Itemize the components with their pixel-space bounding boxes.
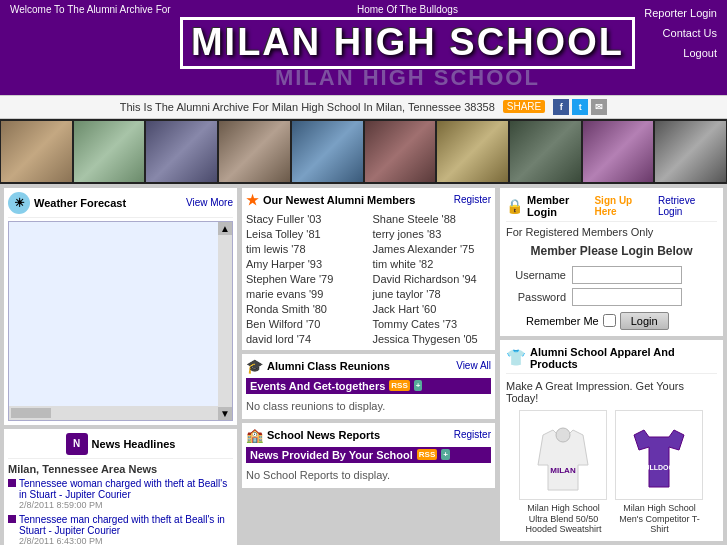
login-title: Member Login <box>527 194 594 218</box>
photo-1 <box>1 121 72 182</box>
reporter-login-link[interactable]: Reporter Login <box>644 4 717 24</box>
news-item: Tennessee man charged with theft at Beal… <box>8 514 233 545</box>
password-input[interactable] <box>572 288 682 306</box>
login-header: 🔒 Member Login Sign Up Here Retrieve Log… <box>506 194 717 222</box>
photo-3 <box>146 121 217 182</box>
apparel-item-2[interactable]: BULLDOGS Milan High School Men's Competi… <box>615 410 705 535</box>
weather-scroll-area[interactable]: ▲ ▼ <box>8 221 233 421</box>
apparel-title: Alumni School Apparel And Products <box>530 346 717 370</box>
top-bar: Welcome To The Alumni Archive For Home O… <box>0 0 727 95</box>
alumni-register-link[interactable]: Register <box>454 194 491 205</box>
reunions-header: 🎓 Alumni Class Reunions View All <box>246 358 491 374</box>
photo-strip <box>0 119 727 184</box>
retrieve-link[interactable]: Retrieve Login <box>658 195 717 217</box>
email-icon[interactable]: ✉ <box>591 99 607 115</box>
tshirt-image: BULLDOGS <box>615 410 703 500</box>
alumni-name-col1: Ben Wilford '70 <box>246 317 365 331</box>
alumni-name-col1: Leisa Tolley '81 <box>246 227 365 241</box>
news-link[interactable]: Tennessee woman charged with theft at Be… <box>19 478 227 500</box>
username-input[interactable] <box>572 266 682 284</box>
username-row: Username <box>506 266 717 284</box>
weather-title: Weather Forecast <box>34 197 126 209</box>
alumni-name-col1: Stephen Ware '79 <box>246 272 365 286</box>
svg-text:BULLDOGS: BULLDOGS <box>639 464 679 471</box>
news-dot <box>8 479 16 487</box>
rss-icon[interactable]: RSS <box>389 380 409 391</box>
apparel-name-2: Milan High School Men's Competitor T-Shi… <box>615 503 705 535</box>
alumni-box: ★ Our Newest Alumni Members Register Sta… <box>241 187 496 351</box>
remember-label: Remember Me <box>526 315 599 327</box>
school-news-header-row: 🏫 School News Reports Register <box>246 427 491 443</box>
scroll-arrows: ▲ ▼ <box>218 222 232 420</box>
facebook-icon[interactable]: f <box>553 99 569 115</box>
remember-checkbox[interactable] <box>603 314 616 327</box>
photo-5 <box>292 121 363 182</box>
share-button[interactable]: SHARE <box>503 100 545 113</box>
logout-link[interactable]: Logout <box>644 44 717 64</box>
top-nav: Reporter Login Contact Us Logout <box>644 4 717 63</box>
school-news-register[interactable]: Register <box>454 429 491 440</box>
login-button[interactable]: Login <box>620 312 669 330</box>
alumni-name-col2: june taylor '78 <box>373 287 492 301</box>
apparel-item-1[interactable]: MILAN Milan High School Ultra Blend 50/5… <box>519 410 609 535</box>
alumni-name-col2: Tommy Cates '73 <box>373 317 492 331</box>
alumni-name-col2: James Alexander '75 <box>373 242 492 256</box>
login-header-links: Sign Up Here Retrieve Login <box>594 195 717 217</box>
news-link[interactable]: Tennessee man charged with theft at Beal… <box>19 514 225 536</box>
alumni-name-col1: Amy Harper '93 <box>246 257 365 271</box>
social-icons: f t ✉ <box>553 99 607 115</box>
news-item: Tennessee woman charged with theft at Be… <box>8 478 233 510</box>
weather-icon: ☀ <box>8 192 30 214</box>
star-icon: ★ <box>246 192 259 208</box>
view-all-link[interactable]: View All <box>456 360 491 371</box>
add-icon[interactable]: + <box>414 380 423 391</box>
scroll-up[interactable]: ▲ <box>218 222 232 235</box>
school-add-icon[interactable]: + <box>441 449 450 460</box>
scroll-down[interactable]: ▼ <box>218 407 232 420</box>
school-news-box: 🏫 School News Reports Register News Prov… <box>241 422 496 489</box>
provided-by-header: News Provided By Your School RSS + <box>246 447 491 463</box>
left-column: ☀ Weather Forecast View More ▲ ▼ N <box>3 187 238 545</box>
svg-text:MILAN: MILAN <box>550 466 576 475</box>
alumni-name-col2: David Richardson '94 <box>373 272 492 286</box>
photo-9 <box>583 121 654 182</box>
middle-column: ★ Our Newest Alumni Members Register Sta… <box>241 187 496 545</box>
photo-7 <box>437 121 508 182</box>
reunions-title: Alumni Class Reunions <box>267 360 390 372</box>
remember-row: Remember Me Login <box>506 312 717 330</box>
news-items-list: Tennessee woman charged with theft at Be… <box>8 478 233 545</box>
no-reports-text: No School Reports to display. <box>246 466 491 484</box>
alumni-grid: Stacy Fuller '03Shane Steele '88Leisa To… <box>246 212 491 346</box>
twitter-icon[interactable]: t <box>572 99 588 115</box>
reunion-icon: 🎓 <box>246 358 263 374</box>
school-rss-icon[interactable]: RSS <box>417 449 437 460</box>
photo-8 <box>510 121 581 182</box>
main-content: ☀ Weather Forecast View More ▲ ▼ N <box>0 184 727 545</box>
svg-marker-3 <box>634 430 684 487</box>
apparel-name-1: Milan High School Ultra Blend 50/50 Hood… <box>519 503 609 535</box>
photo-2 <box>74 121 145 182</box>
weather-header: ☀ Weather Forecast View More <box>8 192 233 218</box>
alumni-name-col2: Jessica Thygesen '05 <box>373 332 492 346</box>
logo-subtitle: MILAN HIGH SCHOOL <box>171 65 645 91</box>
photo-6 <box>365 121 436 182</box>
alumni-name-col1: david lord '74 <box>246 332 365 346</box>
tshirt-svg: BULLDOGS <box>619 415 699 495</box>
username-label: Username <box>506 269 566 281</box>
signup-link[interactable]: Sign Up Here <box>594 195 652 217</box>
right-column: 🔒 Member Login Sign Up Here Retrieve Log… <box>499 187 724 545</box>
alumni-name-col1: marie evans '99 <box>246 287 365 301</box>
login-box: 🔒 Member Login Sign Up Here Retrieve Log… <box>499 187 724 337</box>
alumni-name-col2: tim white '82 <box>373 257 492 271</box>
contact-us-link[interactable]: Contact Us <box>644 24 717 44</box>
photo-10 <box>655 121 726 182</box>
top-left-text: Welcome To The Alumni Archive For <box>10 4 171 17</box>
login-title-area: 🔒 Member Login <box>506 194 594 218</box>
events-header: Events And Get-togethers RSS + <box>246 378 491 394</box>
apparel-box: 👕 Alumni School Apparel And Products Mak… <box>499 339 724 542</box>
weather-view-more[interactable]: View More <box>186 197 233 208</box>
scroll-horizontal[interactable] <box>9 406 218 420</box>
banner-bar: This Is The Alumni Archive For Milan Hig… <box>0 95 727 119</box>
news-timestamp: 2/8/2011 6:43:00 PM <box>19 536 233 545</box>
reunions-box: 🎓 Alumni Class Reunions View All Events … <box>241 353 496 420</box>
